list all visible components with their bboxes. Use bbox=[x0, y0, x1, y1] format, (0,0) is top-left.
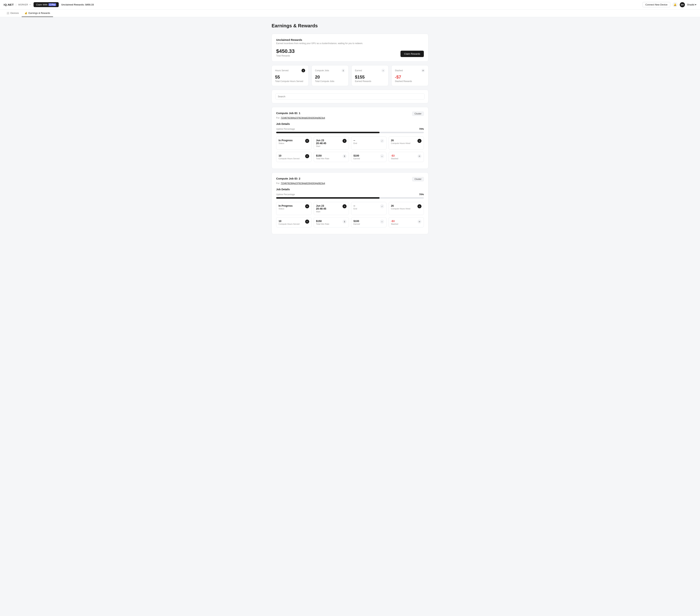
detail-label: Slashed bbox=[391, 158, 398, 160]
detail-label: Total Hire Rate bbox=[316, 158, 329, 160]
uptime-row: Uptime Percentage 70% bbox=[276, 128, 424, 130]
stat-header: Earned ▪ bbox=[355, 69, 385, 72]
unclaimed-rewards-header: Unclaimed Rewards: $450.33 bbox=[61, 3, 94, 6]
stat-value: 20 bbox=[315, 75, 345, 80]
stat-sublabel: Slashed Rewards bbox=[395, 80, 425, 83]
job-details-title: Job Details bbox=[276, 123, 424, 125]
detail-value: -- bbox=[353, 139, 357, 142]
detail-icon: ⏱ bbox=[305, 219, 309, 224]
job-id: Compute Job ID: 2 bbox=[276, 177, 300, 180]
detail-value: -- bbox=[353, 204, 357, 207]
job-detail-content: $100 Earned bbox=[353, 219, 360, 225]
job-detail-content: 10 Compute Hours Served bbox=[278, 219, 300, 225]
job-detail-cell: Jun 2320:48:45 Start ✕ bbox=[314, 137, 349, 150]
stat-label: Slashed bbox=[395, 69, 403, 72]
search-input[interactable] bbox=[275, 93, 425, 100]
detail-label: Start bbox=[316, 211, 326, 213]
stat-header: Compute Jobs ℹ bbox=[315, 69, 345, 72]
claim-rewards-button[interactable]: Claim Rewards bbox=[400, 51, 424, 57]
pay-badge: ⬡ Pay bbox=[49, 3, 56, 6]
stat-card: Earned ▪ $155 Earned Rewards bbox=[351, 65, 388, 86]
stat-card: Compute Jobs ℹ 20 Total Compute Jobs bbox=[312, 65, 349, 86]
detail-value: -$3 bbox=[391, 219, 398, 223]
connect-new-device-button[interactable]: Connect New Device bbox=[642, 2, 670, 7]
worker-chevron-icon[interactable]: ▾ bbox=[29, 3, 30, 6]
progress-fill bbox=[276, 132, 379, 133]
job-card: Compute Job ID: 1 Cluster For: 723467823… bbox=[272, 107, 428, 169]
job-card-header: Compute Job ID: 1 Cluster bbox=[276, 112, 424, 116]
job-badge: Cluster bbox=[412, 112, 424, 116]
detail-icon: ✕ bbox=[342, 204, 347, 208]
uptime-percentage: 70% bbox=[419, 193, 424, 196]
reward-amount-label: Total Rewards bbox=[276, 54, 295, 57]
detail-value: In Progress bbox=[278, 139, 292, 142]
job-badge: Cluster bbox=[412, 177, 424, 181]
job-detail-cell: -- End ✓ bbox=[351, 137, 386, 150]
job-detail-content: $100 Earned bbox=[353, 154, 360, 160]
job-detail-cell: -- End ✓ bbox=[351, 202, 386, 215]
avatar: SH bbox=[680, 2, 685, 7]
detail-label: Status bbox=[278, 142, 292, 144]
header-right: Connect New Device 🔔 SH Shadid ▾ bbox=[642, 2, 696, 7]
detail-label: Start bbox=[316, 145, 326, 147]
stat-icon: ⟳ bbox=[421, 69, 425, 72]
user-menu[interactable]: Shadid ▾ bbox=[687, 3, 696, 6]
job-detail-content: -- End bbox=[353, 139, 357, 144]
tab-bar: ⬜ Devices 💰 Earnings & Rewards bbox=[0, 10, 700, 17]
uptime-label: Uptime Percentage bbox=[276, 128, 295, 130]
stat-icon: ▪ bbox=[382, 69, 385, 72]
job-details-row1: In Progress Status ⟳ Jun 2320:48:45 Star… bbox=[276, 137, 424, 150]
job-for: For: 72346782384g237823t4g823042634g0823… bbox=[276, 182, 424, 185]
claim-with-pay-button[interactable]: Claim With ⬡ Pay bbox=[34, 2, 59, 7]
detail-icon: ▪ bbox=[380, 219, 384, 224]
job-details-title: Job Details bbox=[276, 188, 424, 191]
logo-separator: | bbox=[16, 3, 16, 6]
job-detail-content: $150 Total Hire Rate bbox=[316, 154, 329, 160]
stat-label: Earned bbox=[355, 69, 362, 72]
detail-label: End bbox=[353, 208, 357, 210]
unclaimed-card-title: Unclaimed Rewards bbox=[276, 38, 424, 41]
job-detail-cell: 10 Compute Hours Served ⏱ bbox=[276, 217, 312, 227]
detail-value: 10 bbox=[278, 219, 300, 223]
detail-value: Jun 2320:48:45 bbox=[316, 204, 326, 210]
job-detail-cell: 26 Compute Hours Hired ⊙ bbox=[389, 202, 424, 215]
detail-value: $100 bbox=[353, 219, 360, 223]
job-detail-cell: Jun 2320:48:45 Start ✕ bbox=[314, 202, 349, 215]
job-hash-link[interactable]: 72346782384g237823t4g823042634g0823o4 bbox=[281, 117, 325, 119]
uptime-row: Uptime Percentage 70% bbox=[276, 193, 424, 196]
logo-text: IQ.NET bbox=[4, 3, 14, 6]
uptime-label: Uptime Percentage bbox=[276, 193, 295, 196]
job-detail-content: -$3 Slashed bbox=[391, 219, 398, 225]
detail-label: Earned bbox=[353, 158, 360, 160]
detail-value: 26 bbox=[391, 204, 410, 207]
detail-label: Compute Hours Served bbox=[278, 223, 300, 225]
user-name-text: Shadid bbox=[687, 3, 694, 6]
devices-tab-label: Devices bbox=[10, 12, 19, 14]
job-detail-cell: -$3 Slashed ⟳ bbox=[389, 152, 424, 162]
tab-earnings-rewards[interactable]: 💰 Earnings & Rewards bbox=[22, 10, 53, 17]
job-hash-link[interactable]: 72346782384g237823t4g823042634g0823o4 bbox=[281, 182, 325, 185]
unclaimed-card-subtitle: Earned incentives from renting your GPU … bbox=[276, 42, 424, 45]
detail-icon: ✓ bbox=[380, 204, 384, 208]
detail-icon: ⊙ bbox=[417, 204, 422, 208]
page-title: Earnings & Rewards bbox=[272, 23, 428, 29]
job-card: Compute Job ID: 2 Cluster For: 723467823… bbox=[272, 173, 428, 234]
unclaimed-card-body: $450.33 Total Rewards Claim Rewards bbox=[276, 48, 424, 57]
detail-value: Jun 2320:48:45 bbox=[316, 139, 326, 145]
unclaimed-rewards-card: Unclaimed Rewards Earned incentives from… bbox=[272, 34, 428, 62]
detail-label: Status bbox=[278, 208, 292, 210]
progress-bar bbox=[276, 132, 424, 133]
detail-label: End bbox=[353, 142, 357, 144]
tab-devices[interactable]: ⬜ Devices bbox=[4, 10, 22, 17]
notification-icon[interactable]: 🔔 bbox=[673, 2, 678, 7]
detail-value: In Progress bbox=[278, 204, 292, 207]
job-detail-content: In Progress Status bbox=[278, 204, 292, 210]
stat-header: Slashed ⟳ bbox=[395, 69, 425, 72]
job-details-row2: 10 Compute Hours Served ⏱ $150 Total Hir… bbox=[276, 217, 424, 227]
stat-icon: ℹ bbox=[301, 69, 305, 72]
job-detail-cell: 10 Compute Hours Served ⏱ bbox=[276, 152, 312, 162]
detail-icon: ⟳ bbox=[417, 154, 422, 158]
job-detail-content: -- End bbox=[353, 204, 357, 210]
search-card bbox=[272, 90, 428, 103]
earnings-tab-icon: 💰 bbox=[25, 12, 27, 14]
